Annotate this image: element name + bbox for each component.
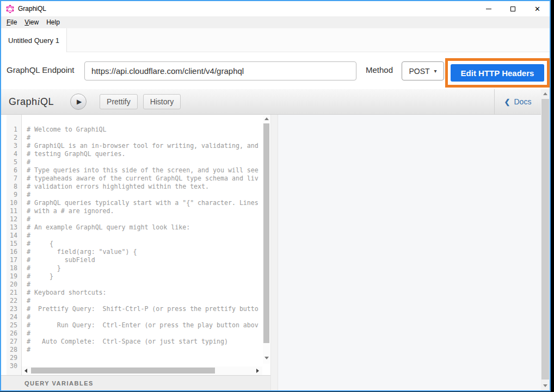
- menubar: File View Help: [1, 16, 550, 28]
- code-line: # Prettify Query: Shift-Ctrl-P (or press…: [27, 305, 262, 313]
- code-line: # testing GraphQL queries.: [27, 150, 262, 158]
- line-number: 7: [7, 175, 21, 183]
- menu-item-help[interactable]: Help: [42, 16, 64, 28]
- line-number: 29: [7, 354, 21, 362]
- line-number: 28: [7, 346, 21, 354]
- code-line: # Auto Complete: Ctrl-Space (or just sta…: [27, 338, 262, 346]
- code-line: #: [27, 158, 262, 166]
- code-line: # Type queries into this side of the scr…: [27, 166, 262, 175]
- line-number: 25: [7, 321, 21, 329]
- code-line: # GraphQL queries typically start with a…: [27, 199, 262, 207]
- execute-button[interactable]: ▶: [70, 94, 87, 110]
- line-number: 27: [7, 338, 21, 346]
- code-line: # Keyboard shortcuts:: [27, 289, 262, 297]
- graphiql-toolbar: GraphiQL ▶ Prettify History ❮ Docs: [1, 89, 541, 115]
- line-number: 17: [7, 256, 21, 264]
- code-line: # field(arg: "value") {: [27, 248, 262, 256]
- method-value: POST: [409, 67, 429, 76]
- app-window: GraphiQL ✕ File View Help Untitled: [0, 0, 551, 391]
- scroll-down-icon[interactable]: [264, 357, 269, 359]
- dropdown-arrow-icon: ▾: [434, 68, 437, 74]
- graphiql-logo: GraphiQL: [9, 96, 54, 108]
- app-vertical-scrollbar[interactable]: [541, 89, 550, 390]
- code-line: #: [27, 134, 262, 142]
- line-number: 14: [7, 232, 21, 240]
- line-number: 9: [7, 191, 21, 199]
- editor-vertical-scrollbar[interactable]: [263, 116, 270, 364]
- code-line: # with a # are ignored.: [27, 207, 262, 215]
- query-variables-bar[interactable]: QUERY VARIABLES: [1, 375, 270, 390]
- code-line: # subField: [27, 256, 262, 264]
- pane-divider[interactable]: [270, 115, 278, 390]
- scroll-left-icon[interactable]: [24, 369, 27, 373]
- code-line: # Run Query: Ctrl-Enter (or press the pl…: [27, 321, 262, 329]
- app-scroll-down-icon[interactable]: [543, 384, 547, 387]
- prettify-button[interactable]: Prettify: [100, 94, 138, 109]
- menu-item-view[interactable]: View: [21, 16, 42, 28]
- code-line: #: [27, 297, 262, 305]
- tab-untitled-query-1[interactable]: Untitled Query 1: [1, 28, 67, 52]
- endpoint-row: GraphQL Endpoint Method POST ▾ Edit HTTP…: [1, 52, 550, 89]
- editor-hscroll-thumb[interactable]: [31, 368, 215, 374]
- close-icon: ✕: [534, 5, 540, 13]
- line-number: 8: [7, 183, 21, 191]
- editor-lines[interactable]: # Welcome to GraphiQL## GraphiQL is an i…: [22, 115, 262, 375]
- minimize-button[interactable]: [476, 1, 501, 16]
- line-number: 18: [7, 264, 21, 272]
- line-number: 24: [7, 313, 21, 321]
- line-number: 5: [7, 158, 21, 166]
- app-scroll-up-icon[interactable]: [543, 92, 547, 95]
- editor-horizontal-scrollbar[interactable]: [22, 366, 262, 375]
- query-pane: 1234567891011121314151617181920212223242…: [1, 115, 270, 390]
- code-line: #: [27, 281, 262, 289]
- docs-toggle[interactable]: ❮ Docs: [494, 89, 541, 114]
- line-number: 23: [7, 305, 21, 313]
- code-line: # }: [27, 264, 262, 272]
- code-line: [27, 354, 262, 362]
- query-variables-title: QUERY VARIABLES: [24, 380, 94, 387]
- code-line: # }: [27, 272, 262, 281]
- method-select[interactable]: POST ▾: [402, 61, 444, 80]
- play-icon: ▶: [77, 98, 82, 105]
- tab-bar: Untitled Query 1: [1, 28, 550, 52]
- minimize-icon: [486, 9, 491, 9]
- close-button[interactable]: ✕: [525, 1, 550, 16]
- window-title: GraphiQL: [18, 5, 46, 13]
- annotation-highlight: Edit HTTP Headers: [445, 58, 550, 88]
- line-number: 12: [7, 215, 21, 223]
- editor-vscroll-thumb[interactable]: [263, 123, 269, 343]
- code-line: # validation errors highlighted within t…: [27, 183, 262, 191]
- endpoint-input[interactable]: [84, 61, 356, 80]
- maximize-button[interactable]: [501, 1, 525, 16]
- line-number: 11: [7, 207, 21, 215]
- code-line: # Welcome to GraphiQL: [27, 126, 262, 134]
- line-number: 6: [7, 166, 21, 175]
- code-line: # typeaheads aware of the current GraphQ…: [27, 175, 262, 183]
- line-number: 21: [7, 289, 21, 297]
- app-scroll-thumb[interactable]: [541, 99, 549, 379]
- line-number: 16: [7, 248, 21, 256]
- menu-item-file[interactable]: File: [3, 16, 21, 28]
- tab-label: Untitled Query 1: [8, 36, 59, 45]
- line-number: 15: [7, 240, 21, 248]
- line-number: 1: [7, 126, 21, 134]
- code-line: #: [27, 346, 262, 354]
- line-number: 13: [7, 223, 21, 232]
- history-button[interactable]: History: [143, 94, 181, 109]
- endpoint-label: GraphQL Endpoint: [7, 65, 75, 74]
- scroll-up-icon[interactable]: [264, 117, 269, 120]
- code-line: #: [27, 329, 262, 338]
- line-number: 30: [7, 362, 21, 370]
- code-line: #: [27, 232, 262, 240]
- code-line: # An example GraphQL query might look li…: [27, 223, 262, 232]
- scroll-right-icon[interactable]: [256, 369, 259, 373]
- desktop-background: [551, 0, 554, 392]
- code-line: #: [27, 191, 262, 199]
- query-editor[interactable]: 1234567891011121314151617181920212223242…: [1, 115, 270, 375]
- code-line: # GraphiQL is an in-browser tool for wri…: [27, 142, 262, 150]
- line-number: 20: [7, 281, 21, 289]
- edit-http-headers-button[interactable]: Edit HTTP Headers: [451, 64, 544, 82]
- line-number: 19: [7, 272, 21, 281]
- line-number: 3: [7, 142, 21, 150]
- code-line: # {: [27, 240, 262, 248]
